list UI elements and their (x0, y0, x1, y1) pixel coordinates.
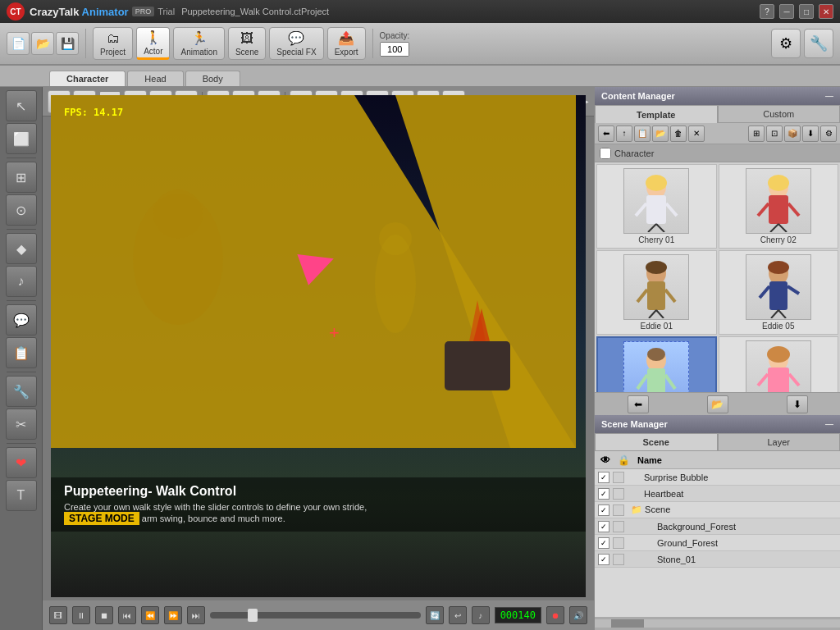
pause-button[interactable]: ⏸ (72, 606, 90, 624)
svg-line-37 (788, 286, 799, 294)
tab-head[interactable]: Head (127, 71, 183, 86)
svg-line-15 (636, 203, 646, 216)
cm-tool-3[interactable]: 📋 (634, 126, 651, 142)
cm-tool-6[interactable]: ✕ (688, 126, 705, 142)
cut-button[interactable]: ✂ (6, 409, 37, 440)
scene-scrollbar-h[interactable] (595, 619, 840, 628)
lock-stone01[interactable] (613, 554, 624, 565)
content-manager-close[interactable]: ─ (825, 89, 833, 103)
lock-surprise[interactable] (613, 472, 624, 483)
opacity-input[interactable] (380, 42, 409, 57)
settings-button[interactable]: ⚙ (771, 29, 801, 58)
category-checkbox[interactable] (600, 148, 611, 159)
char-eddie05[interactable]: Eddie 05 (719, 250, 839, 335)
preferences-button[interactable]: 🔧 (804, 29, 833, 58)
forward-button[interactable]: ⏩ (164, 606, 182, 624)
lock-groundforest[interactable] (613, 537, 624, 549)
char-sally[interactable]: Sally (719, 336, 839, 392)
check-scene[interactable]: ✓ (598, 504, 609, 516)
heart-button[interactable]: ❤ (6, 447, 37, 478)
close-button[interactable]: ✕ (819, 4, 833, 19)
lock-heartbeat[interactable] (613, 488, 624, 500)
cm-tool-8[interactable]: ⊡ (766, 126, 783, 142)
cm-tool-7[interactable]: ⊞ (748, 126, 765, 142)
tab-custom[interactable]: Custom (718, 105, 841, 123)
cm-tool-2[interactable]: ↑ (616, 126, 632, 142)
grid-button[interactable]: ⊞ (6, 162, 37, 193)
rotate-button[interactable]: ⊙ (6, 194, 37, 226)
row-name-stone01: Stone_01 (628, 555, 837, 564)
toolbar-project[interactable]: 🗂 Project (93, 27, 133, 60)
record-button[interactable]: ⏺ (546, 606, 564, 624)
cm-tool-4[interactable]: 📂 (652, 126, 669, 142)
time-display: 000140 (495, 607, 541, 623)
skip-fwd-button[interactable]: ⏭ (187, 606, 205, 624)
lock-scene[interactable] (613, 504, 624, 516)
check-surprise[interactable]: ✓ (598, 472, 609, 483)
rect-tool-button[interactable]: ⬜ (6, 123, 37, 154)
scene-icon: 🖼 (240, 31, 253, 46)
yellow-region: + (51, 95, 586, 532)
toolbar-export[interactable]: 📤 Export (327, 27, 366, 60)
cm-tool-10[interactable]: ⬇ (802, 126, 819, 142)
mark-in-button[interactable]: ↩ (449, 606, 467, 624)
chat-button[interactable]: 💬 (6, 304, 37, 336)
cm-tool-1[interactable]: ⬅ (598, 126, 614, 142)
scene-tab-scene[interactable]: Scene (595, 433, 718, 451)
cm-footer-btn1[interactable]: ⬅ (628, 395, 649, 413)
select-tool-button[interactable]: ↖ (6, 90, 37, 121)
new-button[interactable]: 📄 (7, 32, 30, 55)
char-eddie01[interactable]: Eddie 01 (596, 250, 717, 335)
check-heartbeat[interactable]: ✓ (598, 488, 609, 500)
cm-footer-btn2[interactable]: 📂 (707, 395, 728, 413)
cm-tool-11[interactable]: ⚙ (820, 126, 837, 142)
loop-button[interactable]: 🔄 (426, 606, 444, 624)
cm-tool-9[interactable]: 📦 (784, 126, 801, 142)
svg-line-29 (637, 290, 647, 302)
scene-manager-close[interactable]: ─ (825, 418, 833, 431)
help-button[interactable]: ? (760, 4, 774, 19)
tab-character[interactable]: Character (49, 71, 126, 86)
tool-button[interactable]: 🔧 (6, 376, 37, 407)
timeline-scrubber[interactable] (210, 612, 421, 619)
cm-tool-5[interactable]: 🗑 (670, 126, 687, 142)
music-button[interactable]: ♪ (6, 266, 37, 297)
toolbar-animation[interactable]: 🏃 Animation (173, 27, 224, 60)
cm-footer-btn3[interactable]: ⬇ (787, 395, 808, 413)
content-manager-header: Content Manager ─ (595, 87, 840, 105)
svg-point-45 (647, 348, 665, 361)
music-note-button[interactable]: ♪ (472, 606, 490, 624)
save-button[interactable]: 💾 (56, 32, 79, 55)
lock-bgforest[interactable] (613, 521, 624, 532)
svg-line-23 (788, 203, 799, 216)
rosenberg-svg (628, 344, 685, 393)
stop-button[interactable]: ⏹ (95, 606, 113, 624)
scene-manager-title: Scene Manager (601, 419, 668, 429)
check-bgforest[interactable]: ✓ (598, 521, 609, 532)
char-mrrosenberg[interactable]: Mr. Rosenberg (596, 336, 717, 392)
toolbar-scene[interactable]: 🖼 Scene (228, 27, 266, 60)
check-stone01[interactable]: ✓ (598, 554, 609, 565)
clipboard-button[interactable]: 📋 (6, 337, 37, 368)
char-cherry02[interactable]: Cherry 02 (719, 164, 839, 249)
text-button[interactable]: T (6, 480, 37, 511)
open-button[interactable]: 📂 (31, 32, 54, 55)
scrollbar-thumb[interactable] (611, 619, 644, 628)
diamond-button[interactable]: ◆ (6, 233, 37, 264)
maximize-button[interactable]: □ (799, 4, 814, 19)
sidebar-separator-3 (7, 300, 36, 301)
audio-button[interactable]: 🔊 (569, 606, 587, 624)
check-groundforest[interactable]: ✓ (598, 537, 609, 549)
char-cherry01[interactable]: Cherry 01 (596, 164, 717, 249)
skip-back-button[interactable]: ⏮ (118, 606, 136, 624)
col-eye-icon: 👁 (598, 454, 613, 466)
scrubber-thumb[interactable] (248, 609, 258, 622)
tab-template[interactable]: Template (595, 105, 718, 123)
film-button[interactable]: 🎞 (49, 606, 67, 624)
toolbar-specialfx[interactable]: 💬 Special FX (269, 27, 323, 60)
scene-tab-layer[interactable]: Layer (718, 433, 841, 451)
minimize-button[interactable]: ─ (779, 4, 794, 19)
tab-body[interactable]: Body (185, 71, 240, 86)
toolbar-actor[interactable]: 🚶 Actor (136, 27, 170, 60)
rewind-button[interactable]: ⏪ (141, 606, 159, 624)
